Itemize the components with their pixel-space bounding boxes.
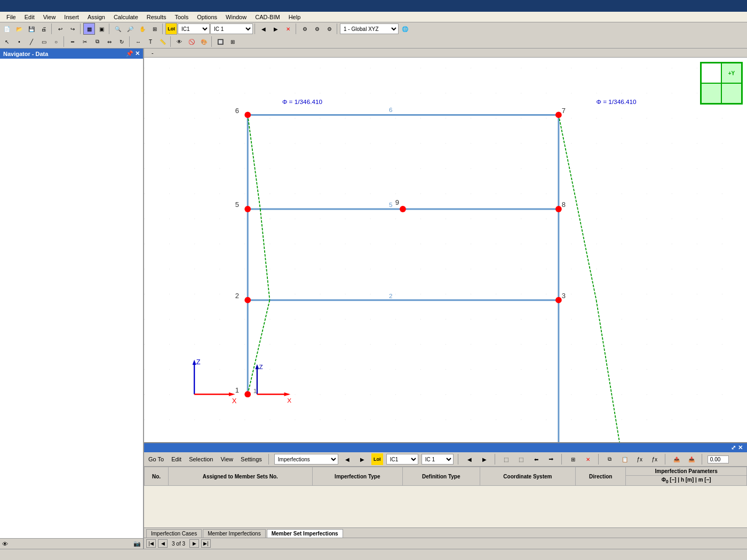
menu-file[interactable]: File: [2, 13, 20, 21]
tb-lol[interactable]: LoI: [165, 23, 177, 35]
menu-tools[interactable]: Tools: [170, 13, 193, 21]
tb2-mirror[interactable]: ⇔: [104, 36, 115, 47]
tb2-show[interactable]: 👁: [173, 36, 185, 47]
menu-view[interactable]: View: [39, 13, 60, 21]
bp-tabs: Imperfection Cases Member Imperfections …: [144, 527, 747, 538]
tb-redo[interactable]: ↪: [67, 23, 78, 35]
tb2-color[interactable]: 🎨: [198, 36, 210, 47]
tb-zoom-out[interactable]: 🔎: [124, 23, 136, 35]
tb-zoom-in[interactable]: 🔍: [112, 23, 124, 35]
menu-assign[interactable]: Assign: [83, 13, 109, 21]
tb-view2[interactable]: ▣: [96, 23, 107, 35]
svg-text:5: 5: [389, 201, 393, 208]
bp-export-btn[interactable]: 📤: [671, 453, 682, 465]
tb2-select[interactable]: ↖: [1, 36, 13, 47]
tb2-circle[interactable]: ○: [50, 36, 62, 47]
tb-ic1-dropdown[interactable]: IC 1: [210, 23, 253, 34]
bp-dd-back[interactable]: ◀: [341, 453, 353, 465]
bp-ic1-dropdown[interactable]: IC1: [386, 454, 418, 465]
tb-new[interactable]: 📄: [1, 23, 13, 35]
bp-formula2-btn[interactable]: ƒx: [649, 453, 661, 465]
tb-delete-red[interactable]: ✕: [282, 23, 294, 35]
menu-window[interactable]: Window: [221, 13, 251, 21]
bp-close-icon[interactable]: ✕: [738, 444, 743, 451]
bp-imperfection-dropdown[interactable]: Imperfections: [274, 454, 338, 465]
bp-copy-btn[interactable]: ⧉: [604, 453, 616, 465]
tb-print[interactable]: 🖨: [38, 23, 50, 35]
bp-toolbar: Go To Edit Selection View Settings Imper…: [144, 452, 747, 467]
tb2-grid[interactable]: ⊞: [227, 36, 239, 47]
bp-paste-btn[interactable]: 📋: [619, 453, 631, 465]
bp-formula-btn[interactable]: ƒx: [634, 453, 646, 465]
svg-point-21: [244, 297, 251, 303]
tb-open[interactable]: 📂: [13, 23, 25, 35]
bp-dd-fwd[interactable]: ▶: [356, 453, 368, 465]
tb-save[interactable]: 💾: [26, 23, 37, 35]
bp-menu-settings[interactable]: Settings: [239, 455, 264, 463]
nav-eye-icon[interactable]: 👁: [2, 541, 8, 547]
tb2-cut[interactable]: ✂: [79, 36, 91, 47]
page-first[interactable]: |◀: [146, 539, 156, 548]
bp-arrow1[interactable]: ⬅: [530, 453, 542, 465]
page-prev[interactable]: ◀: [158, 539, 168, 548]
bp-arrow2[interactable]: ⮕: [545, 453, 557, 465]
bp-prev2[interactable]: ◀: [464, 453, 475, 465]
nav-cam-icon[interactable]: 📷: [133, 540, 141, 547]
tb-prev[interactable]: ◀: [258, 23, 269, 35]
tb2-line[interactable]: ╱: [26, 36, 37, 47]
tab-imperfection-cases[interactable]: Imperfection Cases: [146, 529, 202, 538]
nav-pin-button[interactable]: 📌: [126, 50, 133, 57]
status-bar: [0, 549, 747, 559]
menu-results[interactable]: Results: [142, 13, 171, 21]
menu-edit[interactable]: Edit: [20, 13, 39, 21]
bp-del-btn[interactable]: ✕: [582, 453, 594, 465]
tb-fit[interactable]: ⊞: [149, 23, 161, 35]
nav-close-button[interactable]: ✕: [135, 50, 140, 57]
tb2-copy[interactable]: ⧉: [91, 36, 103, 47]
tb2-measure[interactable]: 📏: [157, 36, 169, 47]
menu-insert[interactable]: Insert: [60, 13, 83, 21]
tb-pan[interactable]: ✋: [137, 23, 148, 35]
tb-settings[interactable]: ⚙: [323, 23, 335, 35]
tb2-node[interactable]: •: [13, 36, 25, 47]
tb2-snap[interactable]: 🔲: [214, 36, 226, 47]
bp-node-btn2[interactable]: ⬚: [515, 453, 527, 465]
tb-next[interactable]: ▶: [270, 23, 282, 35]
bp-menu-goto[interactable]: Go To: [146, 455, 166, 463]
col-direction: Direction: [576, 467, 626, 486]
tb-coord-dropdown[interactable]: 1 - Global XYZ: [340, 23, 399, 34]
page-next[interactable]: ▶: [189, 539, 199, 548]
tb2-rotate[interactable]: ↻: [116, 36, 128, 47]
menu-options[interactable]: Options: [193, 13, 221, 21]
tab-member-imperfections[interactable]: Member Imperfections: [203, 529, 265, 538]
page-last[interactable]: ▶|: [201, 539, 211, 548]
menu-cadbim[interactable]: CAD-BIM: [251, 13, 284, 21]
tb-undo[interactable]: ↩: [54, 23, 66, 35]
bp-next2[interactable]: ▶: [479, 453, 490, 465]
nav-tree[interactable]: [0, 59, 143, 538]
bp-import-btn[interactable]: 📥: [686, 453, 697, 465]
viewport-canvas[interactable]: 6 7 5 8 2 3 1 9 4 6 5 2 Φ = 1/346.410 Φ …: [144, 58, 747, 442]
tb-view1[interactable]: ▦: [83, 23, 95, 35]
bp-menu-edit[interactable]: Edit: [169, 455, 184, 463]
tb2-dim[interactable]: ↔: [132, 36, 144, 47]
bp-ic-dropdown2[interactable]: IC 1: [422, 454, 454, 465]
tb2-text[interactable]: T: [145, 36, 156, 47]
tb2-hide[interactable]: 🚫: [186, 36, 197, 47]
tb2-member[interactable]: ━: [67, 36, 78, 47]
tb-ic-dropdown[interactable]: IC1: [178, 23, 210, 34]
bp-add-btn[interactable]: ⊞: [567, 453, 579, 465]
tab-member-set-imperfections[interactable]: Member Set Imperfections: [267, 529, 343, 538]
bp-menu-view[interactable]: View: [218, 455, 235, 463]
bp-lol-btn[interactable]: LoI: [371, 453, 383, 465]
tb-coord-btn[interactable]: 🌐: [399, 23, 411, 35]
menu-help[interactable]: Help: [284, 13, 305, 21]
menu-calculate[interactable]: Calculate: [109, 13, 142, 21]
tb-calc[interactable]: ⚙: [299, 23, 311, 35]
tb-calc2[interactable]: ⚙: [311, 23, 323, 35]
svg-point-24: [400, 206, 406, 212]
bp-menu-selection[interactable]: Selection: [187, 455, 215, 463]
tb2-rect[interactable]: ▭: [38, 36, 50, 47]
bp-node-btn[interactable]: ⬚: [500, 453, 512, 465]
bp-expand-icon[interactable]: ⤢: [731, 444, 736, 451]
